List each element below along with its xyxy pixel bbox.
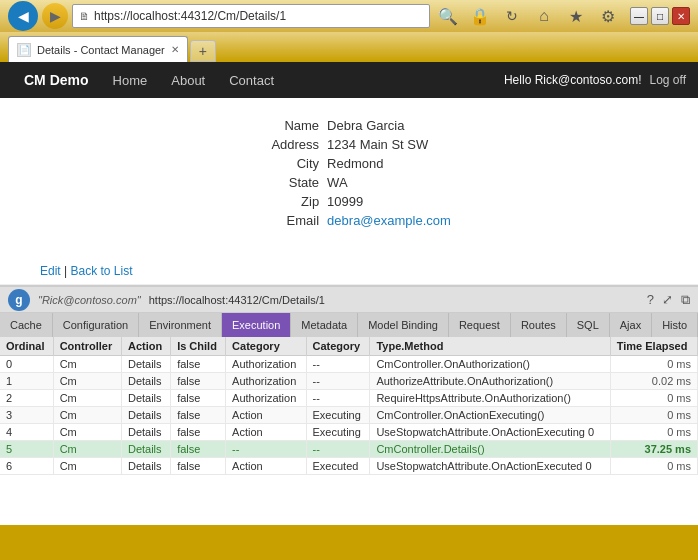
main-content: Name Debra Garcia Address 1234 Main St S…	[0, 98, 698, 258]
cell-controller: Cm	[53, 458, 121, 475]
cell-ordinal: 1	[0, 373, 53, 390]
back-to-list-link[interactable]: Back to List	[71, 264, 133, 278]
cell-type-method: UseStopwatchAttribute.OnActionExecuting …	[370, 424, 610, 441]
cell-is-child: false	[171, 441, 226, 458]
cell-controller: Cm	[53, 407, 121, 424]
cell-type-method: CmController.OnAuthorization()	[370, 356, 610, 373]
email-row: Email debra@example.com	[247, 213, 451, 228]
cell-type-method: AuthorizeAttribute.OnAuthorization()	[370, 373, 610, 390]
col-time: Time Elapsed	[610, 337, 697, 356]
cell-cat1: --	[226, 441, 306, 458]
devtools-tabs: Cache Configuration Environment Executio…	[0, 313, 698, 337]
tab-bar: 📄 Details - Contact Manager ✕ +	[0, 32, 698, 62]
cell-action: Details	[121, 390, 170, 407]
tab-sql[interactable]: SQL	[567, 313, 610, 337]
cell-type-method: RequireHttpsAttribute.OnAuthorization()	[370, 390, 610, 407]
tab-cache[interactable]: Cache	[0, 313, 53, 337]
favorites-button[interactable]: ★	[562, 2, 590, 30]
table-row: 6 Cm Details false Action Executed UseSt…	[0, 458, 698, 475]
lock-icon: 🔒	[466, 2, 494, 30]
browser-nav: ◀ ▶ 🗎 https://localhost:44312/Cm/Details…	[8, 1, 622, 31]
logout-link[interactable]: Log off	[650, 73, 686, 87]
edit-link[interactable]: Edit	[40, 264, 61, 278]
nav-contact[interactable]: Contact	[217, 62, 286, 98]
address-row: Address 1234 Main St SW	[247, 137, 451, 152]
tab-execution[interactable]: Execution	[222, 313, 291, 337]
url-text: https://localhost:44312/Cm/Details/1	[94, 9, 286, 23]
cell-is-child: false	[171, 390, 226, 407]
close-button[interactable]: ✕	[672, 7, 690, 25]
cell-controller: Cm	[53, 390, 121, 407]
cell-cat2: --	[306, 390, 370, 407]
cell-action: Details	[121, 356, 170, 373]
cell-ordinal: 6	[0, 458, 53, 475]
cell-ordinal: 2	[0, 390, 53, 407]
cell-cat1: Authorization	[226, 390, 306, 407]
table-row: 2 Cm Details false Authorization -- Requ…	[0, 390, 698, 407]
devtools-avatar: g	[8, 289, 30, 311]
tab-metadata[interactable]: Metadata	[291, 313, 358, 337]
settings-button[interactable]: ⚙	[594, 2, 622, 30]
search-button[interactable]: 🔍	[434, 2, 462, 30]
back-button[interactable]: ◀	[8, 1, 38, 31]
table-row: 4 Cm Details false Action Executing UseS…	[0, 424, 698, 441]
col-ordinal: Ordinal	[0, 337, 53, 356]
address-bar[interactable]: 🗎 https://localhost:44312/Cm/Details/1	[72, 4, 430, 28]
cell-cat1: Action	[226, 424, 306, 441]
nav-home[interactable]: Home	[101, 62, 160, 98]
devtools-actions: ? ⤢ ⧉	[647, 292, 690, 308]
cell-cat2: --	[306, 441, 370, 458]
cell-cat1: Authorization	[226, 373, 306, 390]
tab-model-binding[interactable]: Model Binding	[358, 313, 449, 337]
nav-about[interactable]: About	[159, 62, 217, 98]
zip-label: Zip	[247, 194, 327, 209]
devtools-table-wrap[interactable]: Ordinal Controller Action Is Child Categ…	[0, 337, 698, 525]
cell-time: 0 ms	[610, 390, 697, 407]
forward-button[interactable]: ▶	[42, 3, 68, 29]
name-row: Name Debra Garcia	[247, 118, 451, 133]
tab-environment[interactable]: Environment	[139, 313, 222, 337]
tab-close-button[interactable]: ✕	[171, 44, 179, 55]
cell-action: Details	[121, 424, 170, 441]
devtools-help-button[interactable]: ?	[647, 292, 654, 308]
cell-cat2: Executing	[306, 424, 370, 441]
cell-cat2: --	[306, 356, 370, 373]
col-is-child: Is Child	[171, 337, 226, 356]
cell-cat1: Authorization	[226, 356, 306, 373]
tab-history[interactable]: Histo	[652, 313, 698, 337]
col-category2: Category	[306, 337, 370, 356]
email-value[interactable]: debra@example.com	[327, 213, 451, 228]
col-type-method: Type.Method	[370, 337, 610, 356]
city-value: Redmond	[327, 156, 383, 171]
tab-request[interactable]: Request	[449, 313, 511, 337]
tab-configuration[interactable]: Configuration	[53, 313, 139, 337]
separator: |	[64, 264, 67, 278]
table-row: 0 Cm Details false Authorization -- CmCo…	[0, 356, 698, 373]
devtools-url: https://localhost:44312/Cm/Details/1	[149, 294, 325, 306]
devtools-popout-button[interactable]: ⧉	[681, 292, 690, 308]
tab-ajax[interactable]: Ajax	[610, 313, 652, 337]
cell-time: 0 ms	[610, 424, 697, 441]
app-nav-right: Hello Rick@contoso.com! Log off	[504, 73, 686, 87]
devtools-panel: g "Rick@contoso.com" https://localhost:4…	[0, 285, 698, 525]
table-row: 5 Cm Details false -- -- CmController.De…	[0, 441, 698, 458]
cell-cat1: Action	[226, 407, 306, 424]
minimize-button[interactable]: —	[630, 7, 648, 25]
devtools-expand-button[interactable]: ⤢	[662, 292, 673, 308]
refresh-button[interactable]: ↻	[498, 2, 526, 30]
table-row: 1 Cm Details false Authorization -- Auth…	[0, 373, 698, 390]
cell-type-method: UseStopwatchAttribute.OnActionExecuted 0	[370, 458, 610, 475]
cell-type-method: CmController.OnActionExecuting()	[370, 407, 610, 424]
name-value: Debra Garcia	[327, 118, 404, 133]
tab-routes[interactable]: Routes	[511, 313, 567, 337]
city-label: City	[247, 156, 327, 171]
email-label: Email	[247, 213, 327, 228]
active-tab[interactable]: 📄 Details - Contact Manager ✕	[8, 36, 188, 62]
cell-controller: Cm	[53, 424, 121, 441]
home-button[interactable]: ⌂	[530, 2, 558, 30]
cell-action: Details	[121, 441, 170, 458]
new-tab-button[interactable]: +	[190, 40, 216, 62]
contact-detail-table: Name Debra Garcia Address 1234 Main St S…	[247, 118, 451, 232]
cell-controller: Cm	[53, 356, 121, 373]
maximize-button[interactable]: □	[651, 7, 669, 25]
